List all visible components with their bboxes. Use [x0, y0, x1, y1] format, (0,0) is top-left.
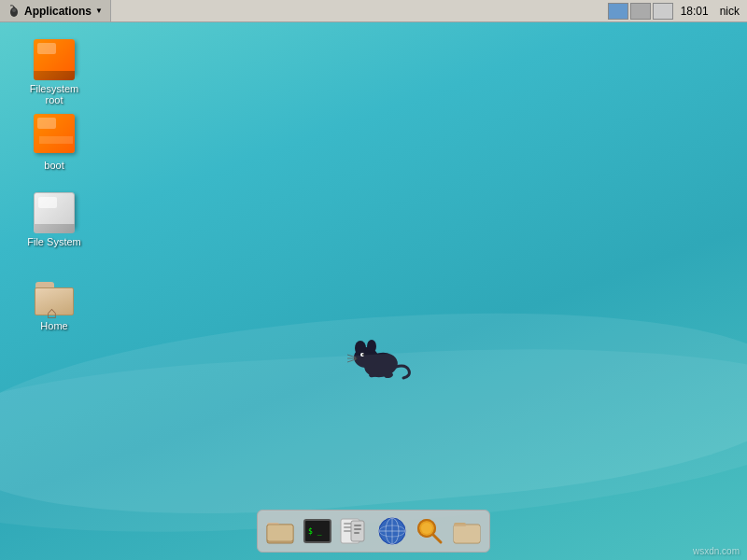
color-box-gray2[interactable] — [653, 3, 673, 20]
taskbar-search-button[interactable] — [413, 514, 446, 548]
svg-point-13 — [368, 370, 378, 378]
home-icon: ⌂ — [32, 274, 77, 319]
panel-right: 18:01 nick — [608, 0, 747, 21]
svg-rect-24 — [354, 525, 361, 526]
username: nick — [716, 5, 743, 18]
boot-icon — [32, 114, 77, 159]
filesystem-root-icon — [32, 37, 77, 82]
svg-point-5 — [355, 341, 366, 356]
color-box-gray1[interactable] — [630, 3, 651, 20]
applications-label: Applications — [24, 5, 92, 18]
svg-point-9 — [355, 357, 358, 360]
boot-label: boot — [41, 159, 66, 172]
terminal-icon: $ _ — [303, 519, 331, 543]
svg-rect-39 — [454, 525, 480, 543]
filesystem-root-label: Filesystemroot — [27, 82, 82, 106]
color-box-blue[interactable] — [608, 3, 628, 20]
menu-arrow: ▼ — [95, 7, 103, 15]
taskbar-filemanager-button[interactable] — [338, 514, 372, 548]
desktop-icon-home[interactable]: ⌂ Home — [17, 271, 92, 336]
desktop-icon-filesystem-root[interactable]: Filesystemroot — [17, 34, 92, 110]
desktop: Applications ▼ 18:01 nick Filesystemroot — [0, 0, 747, 560]
svg-rect-23 — [351, 521, 364, 541]
globe-icon — [377, 516, 407, 546]
search-icon — [415, 516, 444, 546]
desktop-icon-file-system[interactable]: File System — [17, 187, 92, 252]
taskbar: $ _ — [257, 510, 490, 553]
folder2-icon — [452, 517, 482, 545]
svg-point-8 — [362, 354, 364, 356]
svg-point-1 — [12, 8, 16, 12]
desktop-icon-boot[interactable]: boot — [17, 110, 92, 175]
svg-line-34 — [433, 535, 441, 542]
file-manager-icon — [340, 517, 370, 545]
svg-line-10 — [347, 355, 356, 357]
svg-point-7 — [360, 353, 364, 357]
file-system-label: File System — [24, 235, 83, 248]
svg-point-14 — [384, 371, 394, 379]
svg-line-12 — [347, 359, 356, 362]
svg-point-33 — [421, 523, 432, 534]
svg-point-6 — [367, 340, 376, 353]
taskbar-terminal-button[interactable]: $ _ — [301, 514, 334, 548]
applications-menu[interactable]: Applications ▼ — [0, 0, 111, 21]
folder-icon — [265, 517, 295, 545]
panel-left: Applications ▼ — [0, 0, 111, 21]
mouse-logo-icon — [7, 5, 21, 18]
file-system-icon — [32, 190, 77, 235]
svg-rect-18 — [267, 525, 293, 541]
svg-point-3 — [362, 350, 400, 380]
svg-rect-25 — [354, 528, 361, 530]
mouse-mascot — [345, 331, 411, 383]
clock: 18:01 — [675, 5, 714, 18]
taskbar-folder2-button[interactable] — [450, 514, 484, 548]
taskbar-browser-button[interactable] — [375, 514, 409, 548]
watermark: wsxdn.com — [693, 546, 740, 556]
top-panel: Applications ▼ 18:01 nick — [0, 0, 747, 22]
svg-point-2 — [13, 7, 15, 8]
svg-rect-26 — [354, 532, 359, 534]
taskbar-files-button[interactable] — [263, 514, 297, 548]
